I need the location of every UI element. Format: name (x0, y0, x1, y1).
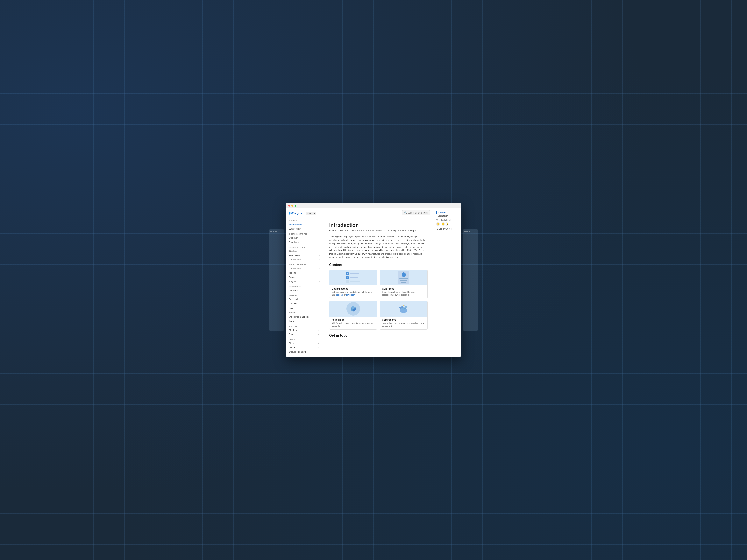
dot-yellow[interactable] (291, 205, 293, 207)
left-side-panel (269, 230, 284, 330)
sidebar-section-contact: CONTACT MS Teams ↗ Email ↗ (286, 323, 323, 337)
sidebar-item-guidelines[interactable]: Guidelines › (286, 249, 323, 253)
checkbox-unchecked (346, 280, 349, 283)
logo-row: ØOxygen Latest ▾ (286, 211, 323, 218)
page-subtitle: Design, build, and ship coherent experie… (329, 229, 428, 232)
chevron-icon: › (319, 228, 319, 230)
was-helpful-label: Was this helpful? (436, 219, 459, 221)
search-icon: 🔍 (404, 211, 407, 214)
sidebar-section-label-links: LINKS (286, 337, 323, 341)
doc-line (400, 280, 407, 281)
card-title: Components (382, 319, 425, 321)
svg-point-8 (403, 305, 404, 306)
sidebar-item-objectives[interactable]: Objectives & Benefits (286, 315, 323, 319)
cube-svg (350, 305, 357, 312)
edit-on-github-link[interactable]: ⊙ Edit on GitHub (436, 228, 459, 230)
left-panel-dots (269, 230, 284, 233)
sidebar-section-links: LINKS Figma ↗ Github ↗ Storybook (latest… (286, 337, 323, 354)
search-shortcut: ⌘K (423, 212, 428, 214)
chevron-icon: › (319, 237, 319, 239)
doc-line (401, 282, 406, 283)
sidebar-item-fonts[interactable]: Fonts (286, 275, 323, 279)
content-section-title: Content (329, 263, 428, 267)
svg-point-10 (405, 305, 405, 306)
card-image-foundation (329, 301, 377, 317)
doc-line (400, 278, 408, 279)
sidebar-item-api-components[interactable]: Components › (286, 266, 323, 271)
cards-grid: ✓ ✓ (329, 270, 428, 329)
sidebar-item-requests[interactable]: Requests (286, 301, 323, 306)
doc-badge: ✓ (402, 272, 406, 277)
developer-link[interactable]: developer (346, 294, 355, 296)
svg-point-9 (402, 305, 403, 306)
sidebar-item-team[interactable]: Team (286, 319, 323, 323)
sidebar-item-angular[interactable]: Angular › (286, 279, 323, 284)
card-foundation[interactable]: Foundation All information about colors,… (329, 301, 377, 329)
browser-window: ØOxygen Latest ▾ OXYGEN Introduction Wha… (286, 203, 461, 357)
page-body: The Oxygen Design System provides a cent… (329, 235, 428, 259)
card-getting-started[interactable]: ✓ ✓ (329, 270, 377, 298)
sidebar-item-tokens[interactable]: Tokens › (286, 271, 323, 275)
check-line (350, 277, 358, 278)
sidebar-section-label-support: SUPPORT (286, 292, 323, 297)
sidebar-item-feedback[interactable]: Feedback (286, 297, 323, 301)
chevron-icon: › (319, 259, 319, 261)
card-body-getting-started: Getting started Instructions on how to g… (329, 286, 377, 298)
right-side-panel (463, 230, 478, 330)
browser-titlebar (286, 203, 461, 208)
right-panel-dots (463, 230, 478, 233)
sidebar-section-label-resources: RESOURCES (286, 284, 323, 288)
sidebar-item-email[interactable]: Email ↗ (286, 332, 323, 337)
right-panel: Content Get in touch Was this helpful? 😊… (434, 208, 461, 357)
sidebar-item-figma[interactable]: Figma ↗ (286, 341, 323, 345)
check-line (350, 281, 360, 282)
sidebar-section-design-system: DESIGN SYSTEM Guidelines › Foundation › … (286, 244, 323, 262)
dot-green[interactable] (294, 205, 297, 207)
chevron-icon: › (319, 268, 319, 269)
sidebar-item-ms-teams[interactable]: MS Teams ↗ (286, 328, 323, 332)
sidebar-section-label-design-system: DESIGN SYSTEM (286, 244, 323, 249)
sidebar-item-foundation[interactable]: Foundation › (286, 253, 323, 258)
chevron-icon: › (319, 241, 319, 243)
card-image-guidelines: ✓ (380, 270, 428, 286)
card-guidelines[interactable]: ✓ Guidelines General guidelines for thi (380, 270, 428, 298)
svg-marker-11 (403, 304, 404, 306)
card-image-getting-started: ✓ ✓ (329, 270, 377, 286)
card-components[interactable]: Components Information, guidelines and p… (380, 301, 428, 329)
helpful-icon-neutral[interactable]: 😐 (441, 222, 444, 226)
sidebar-item-whats-new[interactable]: What's New › (286, 227, 323, 231)
sidebar-item-faq[interactable]: FAQ (286, 306, 323, 310)
search-bar[interactable]: 🔍 Ask or Search ⌘K (402, 210, 430, 215)
chevron-icon: › (319, 272, 319, 274)
right-panel-link-get-in-touch[interactable]: Get in touch (436, 215, 459, 217)
external-link-icon: ↗ (318, 342, 319, 344)
checkbox-checked: ✓ (346, 276, 349, 279)
box-svg (398, 304, 409, 314)
components-icon (398, 304, 409, 314)
card-desc: Information, guidelines and previews abo… (382, 322, 425, 327)
external-link-icon: ↗ (318, 351, 319, 353)
helpful-icon-happy[interactable]: 😊 (436, 222, 440, 226)
sidebar-item-components[interactable]: Components › (286, 258, 323, 262)
sidebar: ØOxygen Latest ▾ OXYGEN Introduction Wha… (286, 208, 323, 357)
sidebar-section-label-getting-started: GETTING STARTED (286, 231, 323, 236)
dot-red[interactable] (288, 205, 290, 207)
sidebar-item-demo-app[interactable]: Demo App (286, 288, 323, 292)
checkbox-checked: ✓ (346, 272, 349, 275)
sidebar-section-oxygen: OXYGEN Introduction What's New › (286, 218, 323, 231)
sidebar-item-designer[interactable]: Designer › (286, 236, 323, 240)
helpful-icons: 😊 😐 😞 (436, 222, 459, 226)
sidebar-item-github[interactable]: Github ↗ (286, 345, 323, 350)
github-icon: ⊙ (436, 228, 438, 230)
card-title: Guidelines (382, 287, 425, 290)
version-badge[interactable]: Latest ▾ (306, 212, 316, 215)
chevron-icon: › (319, 254, 319, 256)
sidebar-section-about: ABOUT Objectives & Benefits Team (286, 310, 323, 323)
designer-link[interactable]: designer (336, 294, 343, 296)
helpful-icon-sad[interactable]: 😞 (446, 222, 449, 226)
check-line (350, 273, 360, 274)
sidebar-item-introduction[interactable]: Introduction (286, 222, 323, 227)
sidebar-item-developer[interactable]: Developer › (286, 240, 323, 244)
sidebar-item-storybook[interactable]: Storybook (latest) ↗ (286, 350, 323, 354)
sidebar-section-label-oxygen: OXYGEN (286, 218, 323, 222)
